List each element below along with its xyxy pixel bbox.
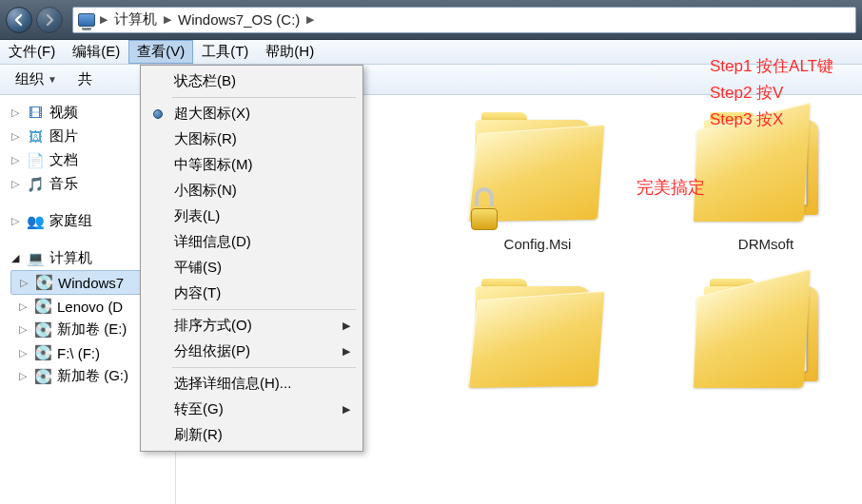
sidebar-item-label: Lenovo (D [57, 299, 123, 315]
menu-view[interactable]: 查看(V) [128, 40, 193, 64]
view-dropdown: 状态栏(B) 超大图标(X) 大图标(R) 中等图标(M) 小图标(N) 列表(… [140, 65, 363, 452]
expand-icon: ▷ [18, 277, 29, 289]
computer-icon [77, 11, 96, 29]
sidebar-item-label: 文档 [49, 151, 78, 169]
computer-icon: 💻 [26, 250, 45, 267]
menu-item-label: 列表(L) [174, 207, 220, 225]
menu-content[interactable]: 内容(T) [144, 281, 360, 306]
menu-status-bar[interactable]: 状态栏(B) [144, 68, 360, 94]
expand-icon: ▷ [17, 347, 29, 359]
lock-icon [464, 184, 504, 230]
sidebar-item-label: 计算机 [49, 249, 92, 267]
menu-tiles[interactable]: 平铺(S) [144, 255, 360, 281]
sidebar-item-label: 音乐 [49, 175, 78, 193]
menu-medium-icons[interactable]: 中等图标(M) [144, 152, 360, 178]
folder-icon [466, 112, 609, 226]
menu-item-label: 分组依据(P) [174, 342, 250, 360]
chevron-down-icon: ▼ [48, 74, 57, 85]
expand-icon: ▷ [17, 370, 29, 382]
menu-refresh[interactable]: 刷新(R) [144, 422, 360, 448]
menu-file[interactable]: 文件(F) [0, 40, 64, 64]
menu-large-icons[interactable]: 大图标(R) [144, 126, 360, 152]
video-icon: 🎞 [26, 105, 45, 122]
sidebar-item-label: Windows7 [58, 275, 124, 291]
menu-item-label: 平铺(S) [174, 259, 222, 277]
sidebar-item-label: 视频 [49, 104, 78, 122]
drive-icon: 💽 [33, 321, 52, 339]
sidebar-item-label: F:\ (F:) [57, 345, 100, 361]
expand-icon: ▷ [10, 107, 21, 119]
folder-label: Config.Msi [504, 236, 572, 252]
folder-drmsoft[interactable]: DRMsoft [690, 112, 842, 252]
menu-list[interactable]: 列表(L) [144, 204, 360, 229]
sidebar-item-label: 新加卷 (E:) [57, 320, 127, 339]
menu-separator [172, 97, 356, 98]
sidebar-item-label: 家庭组 [49, 212, 92, 230]
submenu-arrow-icon: ▶ [343, 345, 350, 358]
content-area: ▷🎞视频 ▷🖼图片 ▷📄文档 ▷🎵音乐 ▷👥家庭组 ◢💻计算机 ▷💽Window… [0, 95, 862, 504]
menu-item-label: 状态栏(B) [174, 72, 236, 90]
expand-icon: ▷ [17, 300, 29, 313]
sidebar-item-label: 图片 [49, 127, 78, 145]
expand-icon: ▷ [17, 323, 29, 336]
folder-label: DRMsoft [738, 236, 793, 252]
menu-item-label: 内容(T) [174, 284, 221, 302]
expand-icon: ▷ [10, 215, 21, 227]
menu-edit[interactable]: 编辑(E) [64, 40, 128, 64]
collapse-icon: ◢ [10, 252, 21, 264]
menu-item-label: 超大图标(X) [174, 105, 250, 123]
arrow-right-icon [43, 13, 56, 27]
navigation-bar: ▶ 计算机 ▶ Windows7_OS (C:) ▶ [0, 0, 862, 40]
expand-icon: ▷ [10, 130, 21, 143]
menu-tools[interactable]: 工具(T) [193, 40, 257, 64]
folder-config-msi[interactable]: Config.Msi [452, 112, 623, 252]
menu-help[interactable]: 帮助(H) [257, 40, 323, 64]
menu-sort-by[interactable]: 排序方式(O)▶ [144, 313, 360, 339]
music-icon: 🎵 [26, 176, 45, 193]
submenu-arrow-icon: ▶ [343, 403, 350, 416]
back-button[interactable] [6, 7, 32, 33]
drive-icon: 💽 [34, 274, 53, 291]
share-button[interactable]: 共 [70, 68, 100, 91]
breadcrumb-separator-icon: ▶ [164, 13, 171, 26]
folder-item[interactable] [690, 279, 842, 400]
expand-icon: ▷ [10, 178, 21, 190]
folder-icon [466, 279, 609, 393]
menu-separator [172, 367, 356, 368]
homegroup-icon: 👥 [26, 213, 45, 230]
radio-selected-icon [153, 109, 163, 119]
menu-item-label: 刷新(R) [174, 426, 223, 444]
menu-go-to[interactable]: 转至(G)▶ [144, 397, 360, 422]
breadcrumb-computer[interactable]: 计算机 [111, 10, 160, 29]
breadcrumb-drive-c[interactable]: Windows7_OS (C:) [175, 10, 303, 29]
expand-icon: ▷ [10, 154, 21, 166]
toolbar: 组织 ▼ 共 [0, 65, 862, 95]
documents-icon: 📄 [26, 152, 45, 169]
menu-item-label: 排序方式(O) [174, 317, 252, 335]
menu-item-label: 大图标(R) [174, 130, 237, 148]
menu-item-label: 小图标(N) [174, 182, 237, 200]
folder-icon [695, 112, 837, 226]
drive-icon: 💽 [33, 344, 52, 361]
menu-separator [172, 309, 356, 310]
menu-small-icons[interactable]: 小图标(N) [144, 178, 360, 204]
menu-choose-details[interactable]: 选择详细信息(H)... [144, 371, 360, 397]
folder-item[interactable] [452, 279, 623, 400]
arrow-left-icon [12, 13, 26, 27]
address-bar[interactable]: ▶ 计算机 ▶ Windows7_OS (C:) ▶ [72, 7, 856, 33]
menu-bar: 文件(F) 编辑(E) 查看(V) 工具(T) 帮助(H) [0, 40, 862, 65]
menu-details[interactable]: 详细信息(D) [144, 229, 360, 255]
sidebar-item-label: 新加卷 (G:) [57, 367, 128, 385]
drive-icon: 💽 [33, 298, 52, 315]
submenu-arrow-icon: ▶ [343, 320, 350, 332]
share-label: 共 [78, 70, 92, 88]
menu-group-by[interactable]: 分组依据(P)▶ [144, 339, 360, 364]
organize-button[interactable]: 组织 ▼ [8, 68, 65, 91]
breadcrumb-separator-icon: ▶ [100, 13, 108, 26]
forward-button[interactable] [36, 7, 63, 33]
pictures-icon: 🖼 [26, 128, 45, 145]
menu-extra-large-icons[interactable]: 超大图标(X) [144, 101, 360, 126]
drive-icon: 💽 [33, 368, 52, 385]
breadcrumb-separator-icon: ▶ [306, 13, 314, 26]
menu-item-label: 转至(G) [174, 400, 224, 418]
